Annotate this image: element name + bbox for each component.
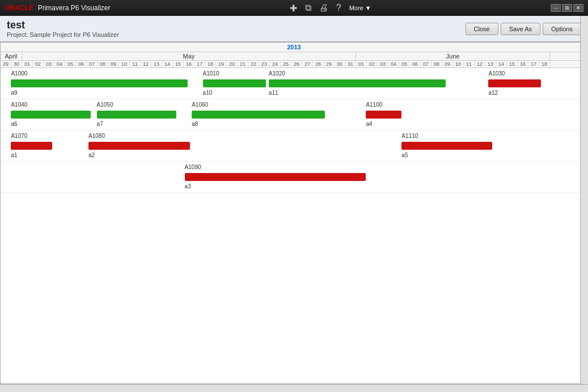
day-cell: 01 (22, 61, 33, 68)
gantt-body: A1000a9A1010a10A1020a11A1030a12A1040a6A1… (1, 68, 587, 193)
task-bar[interactable] (192, 111, 324, 119)
task-sublabel: a3 (185, 183, 191, 189)
vertical-scrollbar[interactable] (580, 16, 588, 384)
day-cell: 29 (324, 61, 335, 68)
day-cell: 31 (345, 61, 356, 68)
chart-area: 2013 AprilMayJune 2930010203040506070809… (0, 42, 588, 384)
task-bar[interactable] (185, 173, 366, 181)
titlebar-right: – ⧉ ✕ (551, 4, 583, 12)
day-cell: 05 (65, 61, 76, 68)
minimize-button[interactable]: – (551, 4, 561, 12)
titlebar-left: ORACLE Primavera P6 Visualizer (5, 4, 111, 12)
task-sublabel: a5 (401, 152, 408, 158)
horizontal-scrollbar[interactable] (0, 384, 588, 392)
day-cell: 12 (141, 61, 151, 68)
day-cell: 21 (238, 61, 248, 68)
day-cell: 25 (281, 61, 291, 68)
day-cell: 29 (1, 61, 11, 68)
month-cell-june: June (356, 52, 550, 60)
day-header: 2930010203040506070809101112131415161718… (1, 61, 587, 68)
day-cell: 05 (399, 61, 410, 68)
task-sublabel: a12 (488, 90, 498, 96)
day-cell: 11 (130, 61, 141, 68)
close-button[interactable]: Close (466, 23, 498, 35)
month-header: AprilMayJune (1, 52, 587, 61)
task-bar[interactable] (366, 111, 401, 119)
task-sublabel: a11 (269, 90, 278, 96)
task-label: A1020 (269, 70, 285, 77)
day-cell: 09 (108, 61, 119, 68)
day-cell: 02 (367, 61, 378, 68)
task-sublabel: a1 (11, 152, 17, 158)
day-cell: 14 (496, 61, 507, 68)
day-cell: 18 (539, 61, 550, 68)
task-sublabel: a4 (366, 121, 372, 127)
task-bar[interactable] (11, 111, 91, 119)
task-sublabel: a2 (88, 152, 95, 158)
day-cell: 30 (335, 61, 345, 68)
gantt-row: A1040a6A1050a7A1060a8A1100a4 (1, 99, 587, 130)
content-area: test Project: Sample Project for P6 Visu… (0, 16, 588, 392)
day-cell: 24 (270, 61, 281, 68)
task-bar[interactable] (11, 142, 52, 150)
task-label: A1060 (192, 102, 208, 108)
day-cell: 11 (464, 61, 475, 68)
day-cell: 18 (205, 61, 216, 68)
close-window-button[interactable]: ✕ (573, 4, 583, 12)
task-label: A1030 (488, 70, 505, 77)
task-label: A1070 (11, 133, 27, 139)
copy-icon[interactable]: ⧉ (305, 3, 311, 13)
project-subtitle: Project: Sample Project for P6 Visualize… (7, 31, 119, 38)
day-cell: 14 (162, 61, 173, 68)
print-icon[interactable]: 🖨 (319, 3, 328, 13)
day-cell: 16 (184, 61, 194, 68)
year-header: 2013 (1, 43, 587, 52)
day-cell: 15 (173, 61, 184, 68)
day-cell: 08 (98, 61, 108, 68)
month-cell-april: April (1, 52, 22, 60)
day-cell: 02 (33, 61, 44, 68)
day-cell: 07 (87, 61, 98, 68)
day-cell: 06 (76, 61, 87, 68)
task-sublabel: a9 (11, 90, 17, 96)
day-cell: 15 (507, 61, 518, 68)
task-sublabel: a8 (192, 121, 198, 127)
options-button[interactable]: Options (543, 23, 581, 35)
task-bar[interactable] (97, 111, 177, 119)
task-sublabel: a6 (11, 121, 17, 127)
save-as-button[interactable]: Save As (501, 23, 540, 35)
day-cell: 03 (44, 61, 54, 68)
restore-button[interactable]: ⧉ (562, 4, 572, 12)
day-cell: 12 (475, 61, 485, 68)
day-cell: 10 (453, 61, 464, 68)
day-cell: 19 (216, 61, 227, 68)
task-bar[interactable] (269, 79, 446, 87)
day-cell: 09 (442, 61, 453, 68)
task-label: A1110 (401, 133, 418, 139)
day-cell: 10 (119, 61, 130, 68)
more-button[interactable]: More ▼ (349, 5, 371, 11)
app-title: Primavera P6 Visualizer (38, 4, 111, 12)
task-bar[interactable] (488, 79, 540, 87)
header-buttons: Close Save As Options (466, 23, 581, 35)
oracle-logo: ORACLE (5, 4, 33, 12)
day-cell: 01 (356, 61, 367, 68)
day-cell: 16 (518, 61, 528, 68)
month-cell-may: May (22, 52, 356, 60)
task-bar[interactable] (203, 79, 266, 87)
help-icon[interactable]: ? (336, 3, 341, 13)
header: test Project: Sample Project for P6 Visu… (0, 16, 588, 42)
task-label: A1000 (11, 70, 27, 77)
day-cell: 23 (259, 61, 270, 68)
titlebar: ORACLE Primavera P6 Visualizer ✚ ⧉ 🖨 ? M… (0, 0, 588, 16)
header-info: test Project: Sample Project for P6 Visu… (7, 19, 119, 38)
day-cell: 13 (151, 61, 162, 68)
task-bar[interactable] (401, 142, 492, 150)
task-bar[interactable] (88, 142, 190, 150)
day-cell: 20 (227, 61, 238, 68)
task-bar[interactable] (11, 79, 188, 87)
day-cell: 03 (378, 61, 388, 68)
gantt-row: A1000a9A1010a10A1020a11A1030a12 (1, 68, 587, 99)
add-icon[interactable]: ✚ (290, 3, 297, 14)
task-label: A1050 (97, 102, 113, 108)
